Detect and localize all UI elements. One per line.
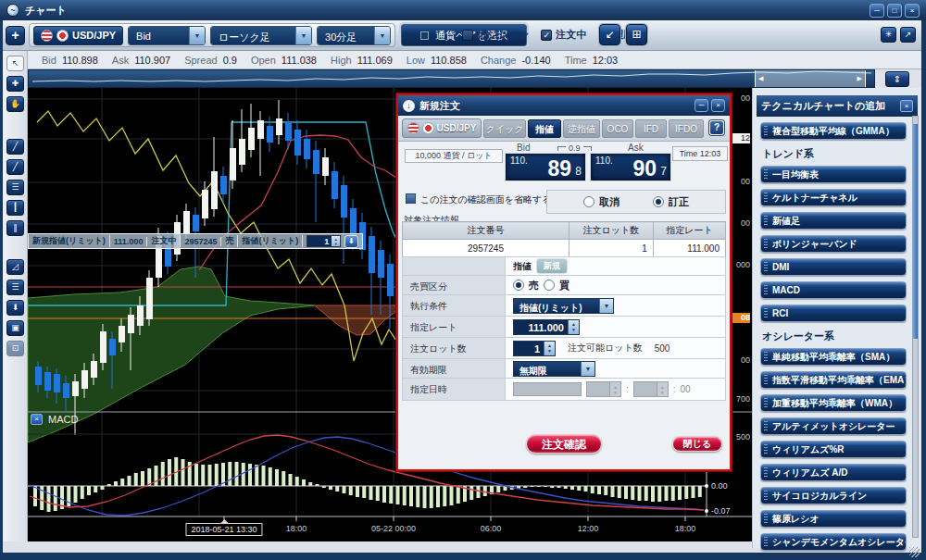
chart-type-select[interactable]: ローソク足 ▼ bbox=[210, 26, 312, 45]
sidebar-item-シャンデモメンタムオシレーター[interactable]: シャンデモメンタムオシレーター bbox=[760, 533, 907, 551]
ray-line-icon[interactable]: ╱ bbox=[6, 159, 24, 175]
ask-main: 90 bbox=[632, 156, 657, 180]
sidebar-close-icon[interactable]: × bbox=[900, 100, 913, 112]
add-chart-button[interactable]: + bbox=[6, 26, 25, 45]
radio-icon[interactable] bbox=[544, 280, 555, 291]
dialog-close-button-bottom[interactable]: 閉じる bbox=[672, 436, 722, 452]
dialog-minimize-button[interactable]: ─ bbox=[694, 99, 708, 112]
channel-lines-icon[interactable]: ☰ bbox=[6, 280, 24, 295]
settings-gear-button[interactable]: ✳ bbox=[881, 27, 896, 43]
chart-navigator[interactable]: ◀ ▶ bbox=[28, 69, 875, 88]
sidebar-item-ボリンジャーバンド[interactable]: ボリンジャーバンド bbox=[760, 235, 907, 253]
close-button[interactable]: × bbox=[905, 4, 920, 18]
dialog-close-button[interactable]: × bbox=[711, 99, 725, 112]
sidebar-scrollbar[interactable] bbox=[912, 116, 919, 538]
stepper-arrows-icon[interactable]: ▲▼ bbox=[332, 236, 340, 246]
timeframe-select[interactable]: 30分足 ▼ bbox=[317, 26, 391, 45]
stepper-value: 111.000 bbox=[514, 320, 568, 334]
pan-hand-icon[interactable]: ✋ bbox=[6, 96, 24, 112]
sidebar-item-RCI[interactable]: RCI bbox=[760, 305, 907, 322]
sidebar-item-MACD[interactable]: MACD bbox=[760, 281, 907, 299]
order-download-icon[interactable]: ⬇ bbox=[344, 235, 358, 248]
chevron-down-icon[interactable]: ▼ bbox=[189, 27, 205, 44]
sidebar-item-サイコロジカルライン[interactable]: サイコロジカルライン bbox=[760, 487, 907, 504]
popout-arrow-button[interactable]: ↗ bbox=[900, 27, 916, 43]
minimize-button[interactable]: ─ bbox=[870, 4, 884, 18]
crosshair-icon[interactable]: ✚ bbox=[6, 76, 24, 92]
radio-売[interactable]: 売 bbox=[513, 279, 539, 292]
unchecked-checkbox-icon[interactable] bbox=[462, 30, 473, 41]
form-select[interactable]: 指値(リミット)▼ bbox=[513, 298, 614, 314]
stepper-arrows-icon[interactable]: ▲▼ bbox=[544, 342, 555, 355]
bid-price-button[interactable]: 110. 89 8 bbox=[505, 153, 586, 181]
sidebar-scrollbar-thumb[interactable] bbox=[913, 124, 918, 339]
sidebar-item-新値足[interactable]: 新値足 bbox=[760, 212, 907, 230]
transfer-chart-icon-button[interactable]: ↙ bbox=[599, 24, 620, 45]
order-confirm-button[interactable]: 注文確認 bbox=[526, 434, 602, 454]
radio-icon[interactable] bbox=[513, 280, 524, 291]
radio-icon[interactable] bbox=[653, 196, 664, 207]
sidebar-item-指数平滑移動平均乖離率（EMA）[interactable]: 指数平滑移動平均乖離率（EMA） bbox=[760, 371, 907, 389]
checked-checkbox-icon[interactable]: ✓ bbox=[541, 30, 552, 41]
chevron-down-icon[interactable]: ▼ bbox=[295, 27, 311, 44]
toggle-ポジション[interactable]: ポジション bbox=[462, 28, 529, 42]
toolbar-icon-buttons: ↙⊞ bbox=[599, 24, 647, 45]
currency-pair-button[interactable]: USD/JPY bbox=[33, 26, 123, 45]
radio-icon[interactable] bbox=[583, 196, 594, 207]
sidebar-item-一目均衡表[interactable]: 一目均衡表 bbox=[760, 166, 907, 183]
sidebar-item-DMI[interactable]: DMI bbox=[760, 258, 907, 276]
macd-panel-title: MACD bbox=[48, 414, 78, 425]
navigator-scrollbar-thumb[interactable]: ◀ ▶ bbox=[755, 70, 866, 87]
camera-icon[interactable]: ⊡ bbox=[6, 341, 24, 356]
chevron-down-icon[interactable]: ▼ bbox=[374, 27, 390, 44]
horizontal-line-icon[interactable]: ☰ bbox=[6, 180, 24, 195]
fan-lines-icon[interactable]: ◿ bbox=[6, 259, 24, 275]
form-field: 売買 bbox=[506, 276, 726, 295]
save-chart-icon[interactable]: ⬇ bbox=[6, 300, 24, 316]
skip-confirm-checkbox[interactable] bbox=[406, 193, 416, 204]
tab-OCO[interactable]: OCO bbox=[602, 119, 633, 138]
sidebar-item-ウィリアムズ%R[interactable]: ウィリアムズ%R bbox=[760, 441, 907, 458]
toggle-注文中[interactable]: ✓注文中 bbox=[541, 28, 586, 42]
order-lot-stepper[interactable]: 1▲▼ bbox=[307, 235, 341, 247]
sidebar-item-ケルトナーチャネル[interactable]: ケルトナーチャネル bbox=[760, 189, 907, 206]
pending-order-band[interactable]: 新規指値(リミット)111.000注文中2957245売指値(リミット)1▲▼⬇ bbox=[28, 233, 363, 249]
sidebar-item-篠原レシオ[interactable]: 篠原レシオ bbox=[760, 510, 907, 528]
radio-訂正[interactable]: 訂正 bbox=[653, 195, 689, 209]
tab-指値[interactable]: 指値 bbox=[528, 119, 561, 138]
maximize-button[interactable]: □ bbox=[887, 4, 902, 18]
form-stepper[interactable]: 111.000▲▼ bbox=[513, 319, 580, 335]
macd-close-icon[interactable]: × bbox=[31, 414, 43, 425]
tab-逆指値[interactable]: 逆指値 bbox=[563, 119, 600, 138]
chart-scale-button[interactable]: ⇕ bbox=[885, 71, 909, 87]
radio-取消[interactable]: 取消 bbox=[583, 195, 619, 209]
cascade-windows-icon-button[interactable]: ⊞ bbox=[626, 24, 647, 45]
chevron-down-icon[interactable]: ▼ bbox=[599, 299, 613, 313]
chevron-down-icon[interactable]: ▼ bbox=[581, 362, 594, 376]
sidebar-item-単純移動平均乖離率（SMA）[interactable]: 単純移動平均乖離率（SMA） bbox=[760, 348, 907, 366]
quote-label: Bid bbox=[42, 55, 56, 66]
trendline-icon[interactable]: ╱ bbox=[6, 139, 24, 155]
tab-IFD[interactable]: IFD bbox=[635, 119, 667, 138]
parallel-lines-icon[interactable]: ∥ bbox=[6, 220, 24, 236]
sidebar-item-加重移動平均乖離率（WMA）[interactable]: 加重移動平均乖離率（WMA） bbox=[760, 394, 907, 412]
tab-IFDO[interactable]: IFDO bbox=[669, 119, 704, 138]
stepper-arrows-icon[interactable]: ▲▼ bbox=[568, 320, 579, 334]
price-side-select[interactable]: Bid ▼ bbox=[128, 26, 206, 45]
resize-grip[interactable] bbox=[909, 547, 920, 557]
radio-買[interactable]: 買 bbox=[544, 279, 569, 292]
dialog-currency-pair-button[interactable]: USD/JPY bbox=[402, 118, 482, 138]
tab-クイック[interactable]: クイック bbox=[483, 119, 526, 138]
sidebar-item-アルティメットオシレーター[interactable]: アルティメットオシレーター bbox=[760, 417, 907, 435]
scroll-left-icon[interactable]: ◀ bbox=[758, 75, 763, 82]
help-button[interactable]: ? bbox=[709, 120, 724, 135]
cursor-icon[interactable]: ↖ bbox=[6, 56, 24, 71]
sidebar-item-ウィリアムズ A/D[interactable]: ウィリアムズ A/D bbox=[760, 464, 907, 481]
form-select[interactable]: 無期限▼ bbox=[513, 361, 595, 377]
sidebar-item-複合型移動平均線（GMMA）[interactable]: 複合型移動平均線（GMMA） bbox=[760, 122, 907, 140]
scroll-right-icon[interactable]: ▶ bbox=[857, 75, 862, 82]
ask-price-button[interactable]: 110. 90 7 bbox=[590, 153, 671, 181]
screenshot-icon[interactable]: ▣ bbox=[6, 320, 24, 336]
form-stepper[interactable]: 1▲▼ bbox=[513, 341, 556, 356]
vertical-line-icon[interactable]: ┃ bbox=[6, 200, 24, 216]
